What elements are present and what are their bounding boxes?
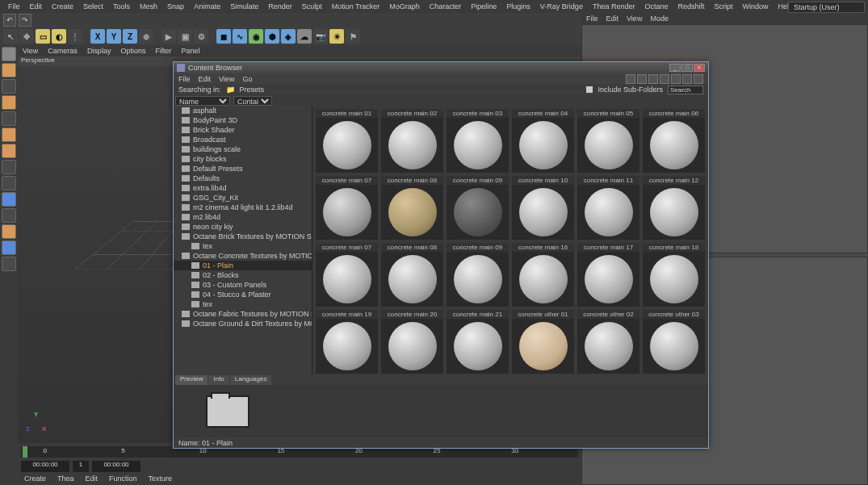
redo-icon[interactable]: ↷ bbox=[19, 14, 31, 27]
tree-item[interactable]: Default Presets bbox=[174, 164, 312, 174]
material-thumb[interactable]: concrete main 08 bbox=[381, 243, 443, 307]
tree-item[interactable]: Brick Shader bbox=[174, 125, 312, 135]
vp-menu-view[interactable]: View bbox=[23, 47, 38, 55]
point-mode-icon[interactable] bbox=[2, 111, 16, 126]
deformer-icon[interactable]: ◈ bbox=[281, 29, 296, 44]
tree-item[interactable]: tex bbox=[174, 299, 312, 309]
tree-item[interactable]: Broadcast bbox=[174, 135, 312, 144]
tree-item[interactable]: tex bbox=[174, 241, 312, 251]
menu-edit[interactable]: Edit bbox=[25, 2, 48, 10]
soft-select-icon[interactable] bbox=[2, 224, 16, 239]
vp-menu-options[interactable]: Options bbox=[120, 47, 145, 55]
live-select-icon[interactable]: ↖ bbox=[3, 29, 18, 44]
tree-item[interactable]: Octane Ground & Dirt Textures by MOTION … bbox=[174, 319, 312, 328]
menu-plugins[interactable]: Plugins bbox=[501, 2, 535, 10]
menu-sculpt[interactable]: Sculpt bbox=[297, 2, 327, 10]
menu-v-ray-bridge[interactable]: V-Ray Bridge bbox=[535, 2, 588, 10]
make-editable-icon[interactable] bbox=[2, 47, 16, 61]
material-thumb[interactable]: concrete main 09 bbox=[447, 243, 509, 307]
menu-character[interactable]: Character bbox=[425, 2, 467, 10]
menu-tools[interactable]: Tools bbox=[108, 2, 135, 10]
vp-menu-display[interactable]: Display bbox=[87, 47, 111, 55]
matbar-texture[interactable]: Texture bbox=[149, 475, 173, 483]
menu-thea-render[interactable]: Thea Render bbox=[588, 2, 640, 10]
filter-op[interactable]: Contains bbox=[233, 96, 272, 106]
tree-item[interactable]: m2.lib4d bbox=[174, 212, 312, 222]
subfolder-checkbox[interactable]: ✓ bbox=[586, 86, 593, 93]
y-axis-icon[interactable]: Y bbox=[107, 29, 121, 44]
menu-octane[interactable]: Octane bbox=[639, 2, 673, 10]
tree-item[interactable]: 03 - Custom Panels bbox=[174, 280, 312, 290]
material-thumb[interactable]: concrete main 09 bbox=[447, 176, 509, 240]
material-thumb[interactable]: concrete main 12 bbox=[643, 176, 705, 240]
maximize-button[interactable]: □ bbox=[681, 64, 693, 72]
nurbs-icon[interactable]: ◉ bbox=[249, 29, 263, 44]
dlg-menu-go[interactable]: Go bbox=[242, 75, 252, 83]
tag-icon[interactable]: ⚑ bbox=[346, 29, 360, 44]
tree-item[interactable]: Octane Concrete Textures by MOTION SQUAR… bbox=[174, 251, 312, 261]
tree-item[interactable]: city blocks bbox=[174, 154, 312, 164]
tree-item[interactable]: buildings scale bbox=[174, 144, 312, 154]
menu-redshift[interactable]: Redshift bbox=[673, 2, 709, 10]
filter-icon[interactable] bbox=[682, 74, 692, 84]
tab-preview[interactable]: Preview bbox=[175, 375, 208, 385]
tree-item[interactable]: 04 - Stucco & Plaster bbox=[174, 290, 312, 299]
menu-snap[interactable]: Snap bbox=[162, 2, 189, 10]
environment-icon[interactable]: ☁ bbox=[297, 29, 312, 44]
material-thumb[interactable]: concrete main 05 bbox=[577, 109, 639, 173]
menu-window[interactable]: Window bbox=[738, 2, 774, 10]
render-view-icon[interactable]: ▶ bbox=[161, 29, 176, 44]
material-thumb[interactable]: concrete other 03 bbox=[643, 310, 705, 374]
time-pos[interactable]: 1 bbox=[73, 461, 89, 472]
generator-icon[interactable]: ⬢ bbox=[265, 29, 279, 44]
viewport-solo-icon[interactable] bbox=[2, 176, 16, 190]
menu-animate[interactable]: Animate bbox=[189, 2, 225, 10]
material-thumb[interactable]: concrete main 16 bbox=[512, 243, 574, 307]
matbar-edit[interactable]: Edit bbox=[86, 475, 99, 483]
tab-info[interactable]: Info bbox=[208, 375, 229, 385]
menu-motion-tracker[interactable]: Motion Tracker bbox=[327, 2, 385, 10]
recent-icon[interactable]: ⋮ bbox=[68, 29, 82, 44]
axis-mode-icon[interactable] bbox=[2, 160, 16, 174]
poly-mode-icon[interactable] bbox=[2, 144, 16, 158]
om-menu-view[interactable]: View bbox=[627, 15, 642, 23]
tree-item[interactable]: Octane Fabric Textures by MOTION SQUARED bbox=[174, 309, 312, 319]
menu-mesh[interactable]: Mesh bbox=[135, 2, 162, 10]
edit-icon[interactable] bbox=[626, 74, 635, 84]
material-thumb[interactable]: concrete main 21 bbox=[447, 310, 509, 374]
menu-file[interactable]: File bbox=[3, 2, 25, 10]
vp-menu-panel[interactable]: Panel bbox=[181, 47, 199, 55]
om-menu-mode[interactable]: Mode bbox=[650, 15, 669, 23]
folder-tree[interactable]: asphaltBodyPaint 3DBrick ShaderBroadcast… bbox=[174, 106, 312, 375]
material-thumb[interactable]: concrete other 02 bbox=[577, 310, 639, 374]
dlg-menu-edit[interactable]: Edit bbox=[199, 75, 212, 83]
menu-mograph[interactable]: MoGraph bbox=[384, 2, 425, 10]
menu-select[interactable]: Select bbox=[78, 2, 108, 10]
material-thumb[interactable]: concrete main 17 bbox=[577, 243, 639, 307]
minimize-button[interactable]: _ bbox=[669, 64, 681, 72]
xray-icon[interactable] bbox=[2, 257, 16, 271]
x-axis-icon[interactable]: X bbox=[90, 29, 105, 44]
light-icon[interactable]: ☀ bbox=[329, 29, 344, 44]
search-input[interactable]: Search bbox=[668, 86, 703, 94]
camera-icon[interactable]: 📷 bbox=[313, 29, 328, 44]
matbar-create[interactable]: Create bbox=[24, 475, 46, 483]
snap-icon[interactable] bbox=[2, 192, 16, 207]
undo-icon[interactable]: ↶ bbox=[3, 14, 16, 27]
menu-script[interactable]: Script bbox=[710, 2, 738, 10]
vp-menu-cameras[interactable]: Cameras bbox=[48, 47, 78, 55]
material-thumb[interactable]: concrete main 10 bbox=[512, 176, 574, 240]
material-thumb[interactable]: concrete main 18 bbox=[643, 243, 705, 307]
tree-item[interactable]: BodyPaint 3D bbox=[174, 115, 312, 125]
layout-dropdown[interactable]: Startup (User) bbox=[788, 2, 865, 13]
vp-menu-filter[interactable]: Filter bbox=[155, 47, 171, 55]
material-thumb[interactable]: concrete main 04 bbox=[512, 109, 574, 173]
model-mode-icon[interactable] bbox=[2, 63, 16, 77]
material-thumb[interactable]: concrete main 01 bbox=[316, 109, 378, 173]
material-thumb[interactable]: concrete main 03 bbox=[447, 109, 509, 173]
locked-icon[interactable] bbox=[2, 208, 16, 223]
tree-item[interactable]: 02 - Blocks bbox=[174, 270, 312, 280]
render-pict-icon[interactable]: ▣ bbox=[178, 29, 192, 44]
home-icon[interactable] bbox=[637, 74, 647, 84]
material-thumb[interactable]: concrete main 08 bbox=[381, 176, 443, 240]
